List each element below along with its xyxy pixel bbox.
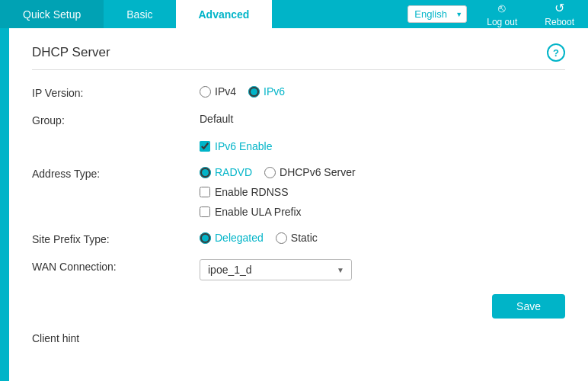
- reboot-icon: ↺: [554, 1, 564, 15]
- language-selector-wrapper: English Chinese: [401, 0, 473, 28]
- content-area: DHCP Server ? IP Version: IPv4 IPv6 Grou…: [9, 28, 588, 381]
- address-type-row: Address Type: RADVD DHCPv6 Server Enable…: [32, 166, 565, 218]
- save-button-row: Save: [32, 294, 565, 319]
- group-control: Default: [200, 113, 233, 125]
- dhcpv6-label: DHCPv6 Server: [280, 166, 356, 178]
- static-radio[interactable]: [276, 232, 287, 244]
- delegated-option[interactable]: Delegated: [200, 232, 264, 244]
- client-hint-label: Client hint: [32, 332, 79, 344]
- enable-rdnss-checkbox[interactable]: [200, 187, 210, 197]
- wan-connection-label: WAN Connection:: [32, 259, 200, 273]
- radvd-label: RADVD: [215, 166, 252, 178]
- ipv6-enable-spacer: [32, 140, 200, 142]
- logout-button[interactable]: ⎋ Log out: [473, 0, 531, 28]
- enable-rdnss-item[interactable]: Enable RDNSS: [200, 186, 356, 198]
- ipv6-enable-label: IPv6 Enable: [215, 140, 273, 152]
- group-label: Group:: [32, 113, 200, 126]
- logout-icon: ⎋: [498, 2, 506, 15]
- site-prefix-label: Site Prefix Type:: [32, 232, 200, 245]
- group-row: Group: Default: [32, 113, 565, 126]
- delegated-label: Delegated: [215, 232, 264, 244]
- wan-select-wrapper: ipoe_1_d: [200, 259, 352, 280]
- language-select[interactable]: English Chinese: [407, 5, 467, 23]
- page-title-row: DHCP Server ?: [32, 43, 565, 70]
- delegated-radio[interactable]: [200, 232, 211, 244]
- wan-connection-row: WAN Connection: ipoe_1_d: [32, 259, 565, 280]
- ip-version-control: IPv4 IPv6: [200, 85, 285, 98]
- ipv6-radio[interactable]: [248, 86, 260, 98]
- nav-advanced[interactable]: Advanced: [176, 0, 273, 28]
- page-title: DHCP Server: [32, 45, 110, 60]
- site-prefix-row: Site Prefix Type: Delegated Static: [32, 232, 565, 245]
- ipv6-option[interactable]: IPv6: [248, 85, 285, 98]
- enable-ula-checkbox[interactable]: [200, 207, 210, 217]
- ip-version-row: IP Version: IPv4 IPv6: [32, 85, 565, 99]
- enable-ula-label: Enable ULA Prefix: [215, 206, 302, 218]
- main-container: DHCP Server ? IP Version: IPv4 IPv6 Grou…: [0, 28, 588, 381]
- logout-label: Log out: [487, 17, 517, 27]
- radvd-radio[interactable]: [200, 167, 211, 178]
- enable-rdnss-label: Enable RDNSS: [215, 186, 289, 198]
- site-prefix-control: Delegated Static: [200, 232, 318, 244]
- ipv4-radio[interactable]: [200, 86, 211, 98]
- ipv6-enable-control: IPv6 Enable: [200, 140, 273, 152]
- ipv6-enable-checkbox[interactable]: [200, 141, 210, 152]
- address-type-radio-group: RADVD DHCPv6 Server: [200, 166, 356, 178]
- ipv4-option[interactable]: IPv4: [200, 85, 236, 98]
- dhcpv6-option[interactable]: DHCPv6 Server: [264, 166, 356, 178]
- enable-ula-item[interactable]: Enable ULA Prefix: [200, 206, 356, 218]
- reboot-button[interactable]: ↺ Reboot: [531, 0, 588, 28]
- static-option[interactable]: Static: [276, 232, 318, 244]
- reboot-label: Reboot: [545, 17, 574, 27]
- save-button[interactable]: Save: [492, 294, 565, 319]
- ip-version-label: IP Version:: [32, 85, 200, 99]
- address-type-control: RADVD DHCPv6 Server Enable RDNSS Enable …: [200, 166, 356, 218]
- wan-connection-select[interactable]: ipoe_1_d: [200, 259, 352, 280]
- static-label: Static: [291, 232, 318, 244]
- client-hint-row: Client hint: [32, 332, 565, 344]
- ipv6-enable-row: IPv6 Enable: [32, 140, 565, 152]
- ipv4-label: IPv4: [215, 85, 236, 98]
- nav-quick-setup[interactable]: Quick Setup: [0, 0, 104, 28]
- group-value: Default: [200, 113, 233, 125]
- dhcpv6-radio[interactable]: [264, 167, 276, 178]
- top-nav: Quick Setup Basic Advanced English Chine…: [0, 0, 588, 28]
- radvd-option[interactable]: RADVD: [200, 166, 252, 178]
- help-icon[interactable]: ?: [547, 43, 565, 62]
- wan-connection-control: ipoe_1_d: [200, 259, 352, 280]
- address-type-label: Address Type:: [32, 166, 200, 180]
- ipv6-label: IPv6: [264, 85, 285, 98]
- left-accent-bar: [0, 28, 9, 381]
- ipv6-enable-checkbox-item[interactable]: IPv6 Enable: [200, 140, 273, 152]
- nav-basic[interactable]: Basic: [104, 0, 175, 28]
